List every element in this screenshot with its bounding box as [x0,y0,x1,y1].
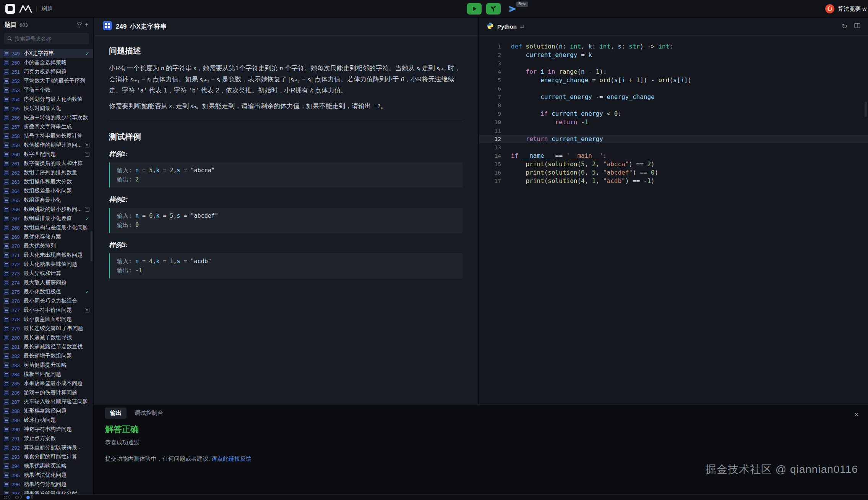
split-view-icon[interactable] [854,23,860,30]
output-tab[interactable]: 输出 [105,408,127,419]
problem-list-item[interactable]: 296糖果均匀分配问题 [0,480,93,489]
problem-list-item[interactable]: 276最小周长巧克力板组合 [0,296,93,306]
problem-list-item[interactable]: 277最小字符串价值问题 [0,306,93,315]
language-switch-icon[interactable]: ⇄ [520,24,524,29]
code-line[interactable]: 8 [479,101,868,110]
problem-list-item[interactable]: 259数值操作的期望计算问... [0,141,93,150]
nav-practice-label[interactable]: 刷题 [41,5,53,12]
problem-list-item[interactable]: 292算珠重新分配以获得最... [0,443,93,452]
code-line[interactable]: 5 energy_change = ord(s[i + 1]) - ord(s[… [479,76,868,84]
problem-list-item[interactable]: 274最大敌人捕获问题 [0,278,93,287]
problem-list-item[interactable]: 287火车驶入驶出顺序验证问题 [0,397,93,406]
problem-list-item[interactable]: 251巧克力板选择问题 [0,67,93,76]
sidebar-scrollbar[interactable] [91,231,92,261]
problem-list-item[interactable]: 258括号字符串最短长度计算 [0,131,93,141]
status-count-1[interactable]: 0 [4,495,11,499]
code-line[interactable]: 3 [479,59,868,68]
problem-list-item[interactable]: 266数组跳跃的最小步数问... [0,205,93,214]
problem-list-item[interactable]: 283树苗健康提升策略 [0,361,93,370]
problem-list-item[interactable]: 279最长连续交替01子串问题 [0,324,93,333]
code-line[interactable]: 6 [479,84,868,93]
problem-list-item[interactable]: 289破冰行动问题 [0,416,93,425]
test-button[interactable] [486,3,501,15]
problem-list-item[interactable]: 282最长递增子数组问题 [0,351,93,361]
code-lines: 1def solution(n: int, k: int, s: str) ->… [479,42,868,185]
problem-list-item[interactable]: 295糖果吃法优化问题 [0,471,93,480]
code-line[interactable]: 10 return -1 [479,118,868,126]
reset-code-icon[interactable]: ↻ [842,22,847,31]
problem-list-item[interactable]: 281最长递减路径节点数查找 [0,342,93,351]
problem-list-item[interactable]: 264数组极差最小化问题 [0,186,93,196]
problem-list-item[interactable]: 288矩形棋盘路径问题 [0,406,93,416]
problem-list-item[interactable]: 291禁止点方案数 [0,434,93,443]
problem-list-item[interactable]: 256快递中转站的最少出车次数 [0,113,93,122]
problem-doc-icon [4,436,9,441]
output-tab[interactable]: 调试控制台 [130,408,168,419]
problem-list-item[interactable]: 273最大异或和计算 [0,269,93,278]
problem-list-item[interactable]: 249小X走字符串✓ [0,49,93,58]
filter-icon[interactable] [77,22,82,28]
code-line[interactable]: 14if __name__ == '__main__': [479,152,868,160]
code-line[interactable]: 2 current_energy = k [479,51,868,59]
problem-list-item[interactable]: 293粮食分配的可能性计算 [0,452,93,461]
add-icon[interactable]: + [85,21,88,28]
search-box[interactable] [4,33,89,44]
code-line[interactable]: 13 [479,143,868,152]
problem-list-item[interactable]: 261数字替换后的最大和计算 [0,159,93,168]
problem-list-item[interactable]: 269最优化存储方案 [0,232,93,241]
draft-icon [85,143,89,147]
problem-list-item[interactable]: 263数组操作和最大分数 [0,177,93,186]
problem-list-item[interactable]: 252平均数大于k的最长子序列 [0,76,93,86]
problem-list-item[interactable]: 280最长递减子数组寻找 [0,333,93,342]
contest-entry[interactable]: 算法竞赛 w [825,0,868,18]
problem-list-item[interactable]: 260数字匹配问题 [0,150,93,159]
code-line[interactable]: 1def solution(n: int, k: int, s: str) ->… [479,42,868,51]
problem-content[interactable]: 问题描述 小R有一个长度为 n 的字符串 s，她需要从第1个字符走到第 n 个字… [94,36,478,404]
code-line[interactable]: 11 [479,126,868,135]
editor-scrollbar[interactable] [865,102,867,117]
brand-logo-icon[interactable] [19,5,32,13]
problem-list-item[interactable]: 284模板串匹配问题 [0,370,93,379]
status-count-2[interactable]: 0 [15,495,22,499]
code-line[interactable]: 16 print(solution(6, 5, "abcdef") == 0) [479,168,868,177]
problem-list-item[interactable]: 270最大优美排列 [0,241,93,251]
problem-list-item[interactable]: 254序列划分与最大化函数值 [0,95,93,104]
code-line[interactable]: 7 current_energy -= energy_change [479,93,868,101]
sample-output: 输出: 2 [117,175,456,184]
play-icon [473,6,477,11]
problem-list-item[interactable]: 253平衡三个数 [0,86,93,95]
problem-list-item[interactable]: 255快乐时间最大化 [0,104,93,113]
close-panel-icon[interactable]: × [854,411,859,418]
code-line[interactable]: 15 print(solution(5, 2, "abcca") == 2) [479,160,868,168]
feedback-link[interactable]: 请点此链接反馈 [211,455,251,462]
app-logo-icon[interactable] [5,4,15,14]
problem-list-item[interactable]: 271最大化未出现自然数问题 [0,251,93,260]
problem-list-item[interactable]: 294糖果优惠购买策略 [0,461,93,471]
problem-list-item[interactable]: 278最小覆盖圆面积问题 [0,315,93,324]
code-line[interactable]: 4 for i in range(n - 1): [479,68,868,76]
problem-list-item[interactable]: 265数组距离最小化 [0,196,93,205]
problem-list-item[interactable]: 257折叠回文字符串生成 [0,122,93,131]
problem-list-item[interactable]: 297糖果派发的最优化分配 [0,489,93,494]
problem-list-item[interactable]: 275最小化数组极值✓ [0,287,93,296]
run-button[interactable] [467,3,482,15]
code-line[interactable]: 17 print(solution(4, 1, "acdb") == -1) [479,177,868,185]
code-editor[interactable]: 1def solution(n: int, k: int, s: str) ->… [479,36,868,404]
problem-list-item[interactable]: 272最大化糖果美味值问题 [0,260,93,269]
result-title: 解答正确 [105,424,857,435]
code-line[interactable]: 9 if current_energy < 0: [479,110,868,118]
problem-list-item[interactable]: 285水果店果篮最小成本问题 [0,379,93,388]
submit-button[interactable]: Beta [505,3,520,15]
code-line[interactable]: 12 return current_energy [479,135,868,143]
problem-list-item[interactable]: 250小的基金选择策略 [0,58,93,67]
problem-list-item[interactable]: 262数组子序列的排列数量 [0,168,93,177]
problem-list-item[interactable]: 268数组重构与差值最小化问题 [0,223,93,232]
language-label: Python [497,23,517,30]
problem-list-item[interactable]: 290神奇字符串构造问题 [0,425,93,434]
problem-title: 最大敌人捕获问题 [24,279,89,286]
problem-title: 糖果优惠购买策略 [24,463,89,469]
status-count-3[interactable]: 0 [26,495,33,499]
search-input[interactable] [15,36,86,42]
problem-list-item[interactable]: 286游戏中的伤害计算问题 [0,388,93,397]
problem-list-item[interactable]: 267数组重排最小化差值✓ [0,214,93,223]
